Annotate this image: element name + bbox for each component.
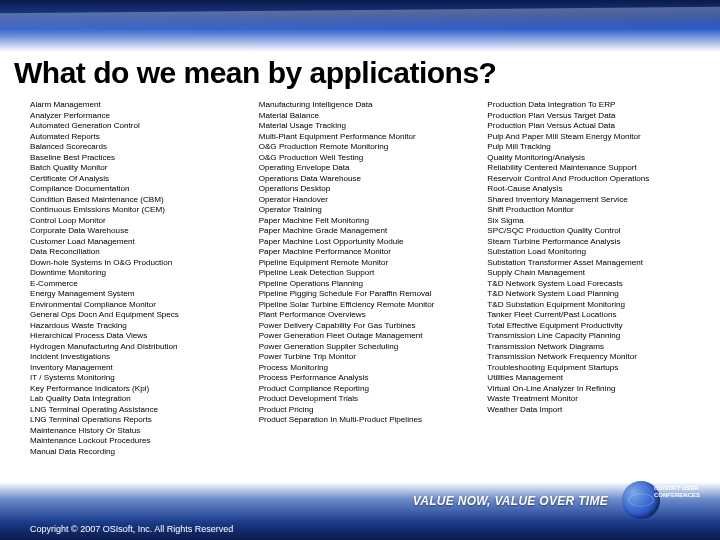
list-item: Alarm Management bbox=[30, 100, 249, 111]
list-item: Material Balance bbox=[259, 111, 478, 122]
list-item: Substation Load Monitoring bbox=[487, 247, 706, 258]
list-item: Utilities Management bbox=[487, 373, 706, 384]
list-item: Paper Machine Lost Opportunity Module bbox=[259, 237, 478, 248]
column-2: Manufacturing Intelligence DataMaterial … bbox=[259, 100, 478, 457]
list-item: Process Monitoring bbox=[259, 363, 478, 374]
list-item: Control Loop Monitor bbox=[30, 216, 249, 227]
list-item: Transmission Network Diagrams bbox=[487, 342, 706, 353]
top-banner bbox=[0, 0, 720, 52]
list-item: Steam Turbine Performance Analysis bbox=[487, 237, 706, 248]
list-item: Root-Cause Analysis bbox=[487, 184, 706, 195]
list-item: Maintenance History Or Status bbox=[30, 426, 249, 437]
list-item: Reliability Centered Maintenance Support bbox=[487, 163, 706, 174]
list-item: Incident Investigations bbox=[30, 352, 249, 363]
list-item: Process Performance Analysis bbox=[259, 373, 478, 384]
applications-columns: Alarm ManagementAnalyzer PerformanceAuto… bbox=[0, 96, 720, 457]
list-item: Corporate Data Warehouse bbox=[30, 226, 249, 237]
list-item: Hierarchical Process Data Views bbox=[30, 331, 249, 342]
list-item: Power Turbine Trip Monitor bbox=[259, 352, 478, 363]
list-item: Transmission Network Frequency Monitor bbox=[487, 352, 706, 363]
list-item: T&D Network System Load Planning bbox=[487, 289, 706, 300]
list-item: Product Separation In Multi-Product Pipe… bbox=[259, 415, 478, 426]
list-item: Total Effective Equipment Productivity bbox=[487, 321, 706, 332]
list-item: Production Plan Versus Target Data bbox=[487, 111, 706, 122]
tagline: VALUE NOW, VALUE OVER TIME bbox=[413, 494, 608, 508]
list-item: Pipeline Operations Planning bbox=[259, 279, 478, 290]
list-item: Operating Envelope Data bbox=[259, 163, 478, 174]
copyright: Copyright © 2007 OSIsoft, Inc. All Right… bbox=[30, 524, 233, 534]
list-item: Batch Quality Monitor bbox=[30, 163, 249, 174]
list-item: Pipeline Pigging Schedule For Paraffin R… bbox=[259, 289, 478, 300]
list-item: Product Compliance Reporting bbox=[259, 384, 478, 395]
list-item: Paper Machine Grade Management bbox=[259, 226, 478, 237]
list-item: Operator Handover bbox=[259, 195, 478, 206]
list-item: Production Data Integration To ERP bbox=[487, 100, 706, 111]
list-item: Downtime Monitoring bbox=[30, 268, 249, 279]
list-item: Power Generation Fleet Outage Management bbox=[259, 331, 478, 342]
list-item: T&D Substation Equipment Monitoring bbox=[487, 300, 706, 311]
list-item: IT / Systems Monitoring bbox=[30, 373, 249, 384]
list-item: Operations Data Warehouse bbox=[259, 174, 478, 185]
list-item: Energy Management System bbox=[30, 289, 249, 300]
osisoft-logo: OSISOFT USER CONFERENCES bbox=[622, 481, 702, 526]
list-item: SPC/SQC Production Quality Control bbox=[487, 226, 706, 237]
list-item: O&G Production Remote Monitoring bbox=[259, 142, 478, 153]
list-item: Operator Training bbox=[259, 205, 478, 216]
list-item: Pulp Mill Tracking bbox=[487, 142, 706, 153]
list-item: Pulp And Paper Mill Steam Energy Monitor bbox=[487, 132, 706, 143]
list-item: Baseline Best Practices bbox=[30, 153, 249, 164]
list-item: Reservoir Control And Production Operati… bbox=[487, 174, 706, 185]
list-item: Power Delivery Capability For Gas Turbin… bbox=[259, 321, 478, 332]
list-item: Maintenance Lockout Procedures bbox=[30, 436, 249, 447]
list-item: Data Reconciliation bbox=[30, 247, 249, 258]
list-item: Hydrogen Manufacturing And Distribution bbox=[30, 342, 249, 353]
page-title: What do we mean by applications? bbox=[0, 52, 720, 96]
list-item: Paper Machine Felt Monitoring bbox=[259, 216, 478, 227]
list-item: Analyzer Performance bbox=[30, 111, 249, 122]
list-item: Power Generation Supplier Scheduling bbox=[259, 342, 478, 353]
list-item: Material Usage Tracking bbox=[259, 121, 478, 132]
list-item: Paper Machine Performance Monitor bbox=[259, 247, 478, 258]
list-item: Supply Chain Management bbox=[487, 268, 706, 279]
list-item: General Ops Docn And Equipment Specs bbox=[30, 310, 249, 321]
list-item: Product Development Trials bbox=[259, 394, 478, 405]
list-item: Compliance Documentation bbox=[30, 184, 249, 195]
list-item: Troubleshooting Equipment Startups bbox=[487, 363, 706, 374]
list-item: Shared Inventory Management Service bbox=[487, 195, 706, 206]
list-item: Inventory Management bbox=[30, 363, 249, 374]
list-item: Six Sigma bbox=[487, 216, 706, 227]
list-item: Certificate Of Analysis bbox=[30, 174, 249, 185]
list-item: Production Plan Versus Actual Data bbox=[487, 121, 706, 132]
list-item: Operations Desktop bbox=[259, 184, 478, 195]
list-item: Waste Treatment Monitor bbox=[487, 394, 706, 405]
list-item: O&G Production Well Testing bbox=[259, 153, 478, 164]
list-item: Shift Production Monitor bbox=[487, 205, 706, 216]
list-item: Weather Data Import bbox=[487, 405, 706, 416]
list-item: Key Performance Indicators (Kpi) bbox=[30, 384, 249, 395]
column-1: Alarm ManagementAnalyzer PerformanceAuto… bbox=[30, 100, 249, 457]
list-item: Quality Monitoring/Analysis bbox=[487, 153, 706, 164]
column-3: Production Data Integration To ERPProduc… bbox=[487, 100, 706, 457]
list-item: Manufacturing Intelligence Data bbox=[259, 100, 478, 111]
list-item: Automated Reports bbox=[30, 132, 249, 143]
list-item: Substation Transformer Asset Management bbox=[487, 258, 706, 269]
list-item: Customer Load Management bbox=[30, 237, 249, 248]
list-item: Plant Performance Overviews bbox=[259, 310, 478, 321]
list-item: T&D Network System Load Forecasts bbox=[487, 279, 706, 290]
logo-text: OSISOFT USER CONFERENCES bbox=[654, 485, 700, 499]
list-item: Condition Based Maintenance (CBM) bbox=[30, 195, 249, 206]
list-item: Product Pricing bbox=[259, 405, 478, 416]
list-item: LNG Terminal Operating Assistance bbox=[30, 405, 249, 416]
logo-line-2: CONFERENCES bbox=[654, 492, 700, 499]
list-item: Environmental Compliance Monitor bbox=[30, 300, 249, 311]
list-item: Virtual On-Line Analyzer In Refining bbox=[487, 384, 706, 395]
list-item: E-Commerce bbox=[30, 279, 249, 290]
list-item: Hazardous Waste Tracking bbox=[30, 321, 249, 332]
list-item: LNG Terminal Operations Reports bbox=[30, 415, 249, 426]
list-item: Tanker Fleet Current/Past Locations bbox=[487, 310, 706, 321]
bottom-band: VALUE NOW, VALUE OVER TIME OSISOFT USER … bbox=[0, 482, 720, 540]
list-item: Down-hole Systems In O&G Production bbox=[30, 258, 249, 269]
list-item: Pipeline Solar Turbine Efficiency Remote… bbox=[259, 300, 478, 311]
list-item: Pipeline Equipment Remote Monitor bbox=[259, 258, 478, 269]
list-item: Manual Data Recording bbox=[30, 447, 249, 458]
